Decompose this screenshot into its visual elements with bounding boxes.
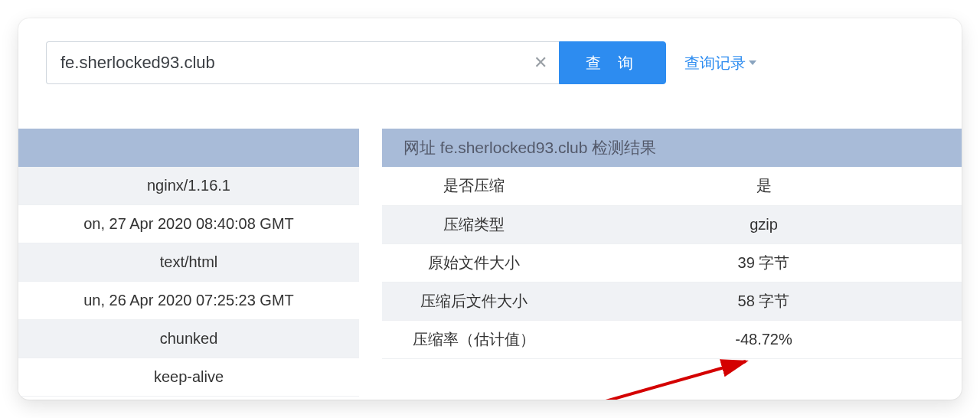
query-button[interactable]: 查 询 (559, 41, 666, 84)
history-label: 查询记录 (684, 53, 746, 73)
header-value: text/html (18, 243, 359, 282)
clear-icon[interactable]: ✕ (530, 52, 551, 73)
table-row: 原始文件大小 39 字节 (382, 243, 962, 282)
header-value: un, 26 Apr 2020 07:25:23 GMT (18, 282, 359, 320)
search-input-wrap: ✕ (46, 41, 559, 84)
panel-title: 网址 fe.sherlocked93.club 检测结果 (382, 129, 962, 167)
result-value: 39 字节 (566, 243, 962, 282)
result-label: 是否压缩 (382, 167, 566, 205)
result-label: 压缩后文件大小 (382, 282, 566, 320)
result-value: gzip (566, 205, 962, 243)
table-row: 压缩率（估计值） -48.72% (382, 320, 962, 358)
header-value: keep-alive (18, 358, 359, 397)
search-bar: ✕ 查 询 查询记录 (46, 41, 962, 84)
result-value: 是 (566, 167, 962, 205)
header-value: nginx/1.16.1 (18, 167, 359, 205)
result-value: -48.72% (566, 320, 962, 358)
result-value: 58 字节 (566, 282, 962, 320)
result-table: 是否压缩 是 压缩类型 gzip 原始文件大小 39 字节 压缩后文件大小 58… (382, 167, 962, 359)
result-label: 压缩类型 (382, 205, 566, 243)
response-headers-table: nginx/1.16.1 on, 27 Apr 2020 08:40:08 GM… (18, 129, 359, 397)
table-row: 压缩类型 gzip (382, 205, 962, 243)
header-value: on, 27 Apr 2020 08:40:08 GMT (18, 205, 359, 243)
search-input[interactable] (46, 41, 559, 84)
chevron-down-icon (749, 60, 756, 65)
result-label: 压缩率（估计值） (382, 320, 566, 358)
header-value: chunked (18, 320, 359, 358)
detection-result-panel: 网址 fe.sherlocked93.club 检测结果 是否压缩 是 压缩类型… (382, 129, 962, 397)
table-row: 是否压缩 是 (382, 167, 962, 205)
result-label: 原始文件大小 (382, 243, 566, 282)
response-headers-header (18, 129, 359, 167)
table-row: 压缩后文件大小 58 字节 (382, 282, 962, 320)
history-dropdown[interactable]: 查询记录 (684, 53, 756, 73)
